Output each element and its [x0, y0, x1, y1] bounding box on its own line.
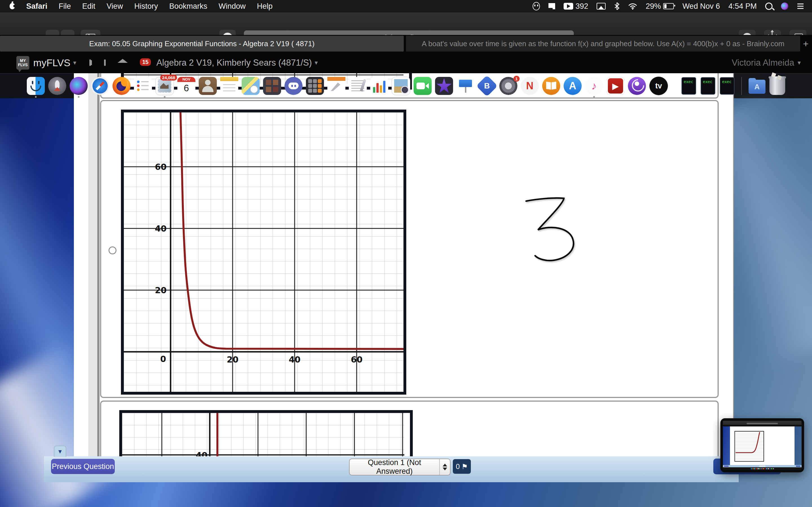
facetime-dock-icon[interactable] [414, 77, 432, 95]
tab-bar: Exam: 05.05 Graphing Exponential Functio… [0, 35, 812, 52]
question-nav-bar: ▼ Previous Question Question 1 (Not Answ… [44, 456, 739, 482]
menu-edit[interactable]: Edit [82, 2, 96, 11]
terminal-window-1-dock-icon[interactable]: exec [681, 77, 696, 95]
siri-icon[interactable] [781, 3, 788, 10]
flag-icon: ⚑ [462, 462, 468, 471]
textedit-dock-icon[interactable] [349, 77, 367, 95]
question-selector-value: Question 1 (Not Answered) [350, 458, 439, 476]
books-dock-icon[interactable] [542, 77, 560, 95]
terminal-window-2-dock-icon[interactable]: exec [701, 77, 715, 95]
answer-option-2-radio[interactable] [109, 246, 116, 255]
bluetooth-icon[interactable] [614, 2, 620, 10]
new-tab-button[interactable]: + [800, 35, 811, 52]
system-preferences-dock-icon[interactable]: 1 [499, 77, 517, 95]
mail-dock-icon[interactable]: 24,068 [155, 76, 174, 95]
mirror-graph [734, 431, 764, 461]
handwritten-annotation: 3 [522, 191, 581, 263]
video-player-dock-icon[interactable]: ▶ [606, 77, 624, 95]
mirror-page [723, 427, 802, 465]
messages-badge: 15 [140, 58, 151, 66]
desktop-wallpaper: 60 40 20 0 20 40 60 [0, 73, 812, 507]
apple-menu-icon[interactable] [10, 3, 15, 9]
tab-exam[interactable]: Exam: 05.05 Graphing Exponential Functio… [0, 36, 404, 52]
keynote-dock-icon[interactable] [456, 77, 474, 95]
airplay-icon[interactable] [597, 3, 606, 10]
previous-question-button[interactable]: Previous Question [51, 459, 115, 474]
safari-dock-icon[interactable] [91, 77, 109, 95]
wifi-icon[interactable] [628, 3, 637, 10]
flag-count: 0 [456, 462, 460, 471]
firefox-dock-icon[interactable] [112, 77, 131, 95]
battery-icon [663, 3, 674, 9]
status-app-icon[interactable] [532, 2, 540, 10]
question-stepper[interactable] [439, 459, 450, 475]
menu-window[interactable]: Window [218, 2, 246, 11]
menu-bookmarks[interactable]: Bookmarks [169, 2, 207, 11]
battery-percent: 29% [646, 2, 661, 11]
brand-menu[interactable]: myFLVS [33, 57, 70, 68]
course-menu[interactable]: Algebra 2 V19, Kimberly Sears (4871/S) [156, 58, 312, 68]
spotlight-icon[interactable] [765, 3, 772, 10]
numbers-dock-icon[interactable] [370, 77, 388, 95]
mirror-screen [723, 421, 802, 470]
courses-button[interactable] [89, 60, 91, 65]
notification-status-icon[interactable] [548, 3, 555, 9]
user-menu[interactable]: Victoria Almeida [732, 58, 794, 68]
safari-toolbar: ‹ › G learn.flvs.net ↻ ↓ [0, 12, 812, 35]
contacts-dock-icon[interactable] [199, 77, 217, 95]
news-dock-icon[interactable]: N [521, 77, 539, 95]
menu-view[interactable]: View [107, 2, 123, 11]
applications-folder-dock-icon[interactable]: A [748, 77, 766, 95]
book-icon [89, 59, 91, 66]
answer-option-3-card[interactable]: 40 [100, 400, 719, 456]
question-selector[interactable]: Question 1 (Not Answered) [349, 459, 451, 475]
menubar-date[interactable]: Wed Nov 6 [682, 2, 720, 11]
pages-dock-icon[interactable] [327, 77, 345, 95]
maps-dock-icon[interactable] [242, 77, 260, 95]
calendar-dock-icon[interactable]: NOV6 [177, 77, 195, 95]
apple-tv-dock-icon[interactable]: tv [649, 76, 668, 95]
siri-dock-icon[interactable] [70, 77, 88, 95]
battery-status[interactable]: 29% [646, 2, 674, 11]
video-count: 392 [575, 2, 588, 11]
launchpad-dock-icon[interactable] [48, 77, 66, 95]
mirror-toolbar [723, 422, 802, 425]
menu-help[interactable]: Help [257, 2, 273, 11]
x-tick-40: 40 [289, 355, 301, 364]
app-store-dock-icon[interactable]: A [564, 77, 581, 95]
itunes-dock-icon[interactable]: ♪ [585, 77, 603, 95]
notification-center-icon[interactable] [797, 3, 804, 10]
flvs-logo[interactable]: MYFLVS [16, 56, 29, 69]
screen-mirror-preview[interactable] [720, 418, 804, 472]
imovie-dock-icon[interactable] [435, 77, 453, 95]
handwritten-3-stroke [526, 198, 573, 261]
collapse-bar-button[interactable]: ▼ [54, 446, 66, 457]
y-tick-60: 60 [155, 162, 167, 172]
brand-caret-icon: ▾ [73, 59, 77, 66]
menu-file[interactable]: File [59, 2, 71, 11]
podcasts-dock-icon[interactable] [628, 77, 646, 95]
reminders-dock-icon[interactable] [134, 77, 152, 95]
menubar-time[interactable]: 4:54 PM [728, 2, 757, 11]
graph-option-3-plot: 40 [122, 413, 404, 456]
discord-dock-icon[interactable] [285, 77, 303, 95]
preview-dock-icon[interactable] [392, 76, 410, 95]
inbox-button[interactable] [104, 60, 106, 65]
course-caret-icon: ▾ [315, 59, 318, 66]
answer-option-2-card[interactable]: 60 40 20 0 20 40 60 [100, 100, 719, 398]
trash-dock-icon[interactable] [769, 77, 785, 95]
tab-brainly[interactable]: A boat's value over time is given as the… [406, 36, 800, 52]
video-status-item[interactable]: 392 [564, 2, 588, 11]
photo-booth-dock-icon[interactable] [263, 77, 281, 95]
screen: Safari File Edit View History Bookmarks … [0, 0, 812, 507]
terminal-window-3-dock-icon[interactable]: exec [720, 77, 734, 95]
calculator-dock-icon[interactable] [306, 77, 324, 95]
finder-dock-icon[interactable] [27, 77, 45, 95]
flag-counter-button[interactable]: 0 ⚑ [453, 459, 471, 474]
notes-dock-icon[interactable] [220, 77, 238, 95]
menu-history[interactable]: History [134, 2, 158, 11]
stepper-down-icon [443, 467, 447, 470]
menu-app-name[interactable]: Safari [26, 2, 47, 11]
content-scroll-strip[interactable] [88, 73, 97, 456]
stepper-up-icon [443, 464, 447, 466]
